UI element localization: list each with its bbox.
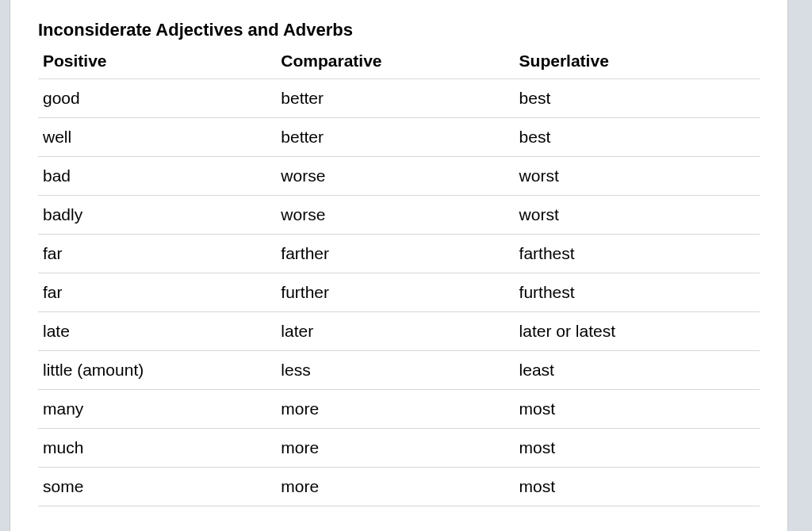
cell-positive: little (amount): [38, 351, 276, 390]
cell-comparative: worse: [276, 157, 514, 196]
header-superlative: Superlative: [515, 47, 760, 79]
cell-positive: late: [38, 312, 276, 351]
cell-superlative: least: [515, 351, 760, 390]
cell-comparative: less: [276, 351, 514, 390]
table-row: some more most: [38, 468, 760, 506]
cell-superlative: most: [515, 429, 760, 468]
table-row: far further furthest: [38, 273, 760, 312]
page-container: Inconsiderate Adjectives and Adverbs Pos…: [10, 0, 788, 531]
table-row: well better best: [38, 118, 760, 157]
header-comparative: Comparative: [276, 47, 514, 79]
cell-positive: many: [38, 390, 276, 429]
cell-superlative: later or latest: [515, 312, 760, 351]
cell-positive: bad: [38, 157, 276, 196]
table-row: much more most: [38, 429, 760, 468]
cell-comparative: more: [276, 468, 514, 506]
cell-comparative: better: [276, 118, 514, 157]
cell-comparative: farther: [276, 235, 514, 273]
cell-comparative: better: [276, 79, 514, 118]
table-row: many more most: [38, 390, 760, 429]
cell-positive: good: [38, 79, 276, 118]
cell-positive: well: [38, 118, 276, 157]
table-row: bad worse worst: [38, 157, 760, 196]
table-row: good better best: [38, 79, 760, 118]
cell-superlative: worst: [515, 196, 760, 235]
cell-comparative: more: [276, 390, 514, 429]
header-positive: Positive: [38, 47, 276, 79]
cell-positive: badly: [38, 196, 276, 235]
cell-superlative: most: [515, 468, 760, 506]
cell-positive: much: [38, 429, 276, 468]
cell-superlative: farthest: [515, 235, 760, 273]
cell-comparative: later: [276, 312, 514, 351]
cell-positive: far: [38, 273, 276, 312]
cell-positive: some: [38, 468, 276, 506]
table-body: good better best well better best bad wo…: [38, 79, 760, 506]
cell-comparative: further: [276, 273, 514, 312]
table-row: far farther farthest: [38, 235, 760, 273]
table-row: badly worse worst: [38, 196, 760, 235]
table-row: little (amount) less least: [38, 351, 760, 390]
cell-superlative: best: [515, 118, 760, 157]
table-row: late later later or latest: [38, 312, 760, 351]
adjectives-table: Positive Comparative Superlative good be…: [38, 47, 760, 506]
cell-comparative: worse: [276, 196, 514, 235]
cell-superlative: furthest: [515, 273, 760, 312]
cell-superlative: worst: [515, 157, 760, 196]
cell-superlative: best: [515, 79, 760, 118]
table-title: Inconsiderate Adjectives and Adverbs: [38, 20, 760, 40]
cell-comparative: more: [276, 429, 514, 468]
cell-superlative: most: [515, 390, 760, 429]
table-header-row: Positive Comparative Superlative: [38, 47, 760, 79]
cell-positive: far: [38, 235, 276, 273]
